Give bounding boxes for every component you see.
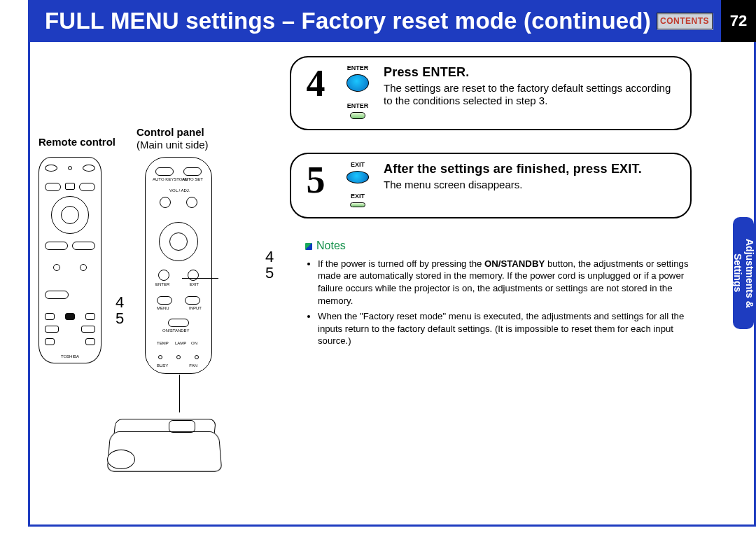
projector-diagram [102, 409, 227, 486]
step-4-headline: Press ENTER. [384, 64, 678, 81]
enter-button-icon [346, 74, 369, 92]
notes-title: Notes [316, 239, 346, 251]
step-4: 4 ENTER ENTER Press ENTER. The settings … [290, 56, 692, 130]
section-tab-text: Adjustments & Settings [732, 239, 755, 308]
remote-control-diagram: TOSHIBA [38, 157, 102, 363]
step-4-btn-label-bottom: ENTER [347, 102, 369, 109]
step-5: 5 EXIT EXIT After the settings are finis… [290, 153, 692, 218]
step-4-number: 4 [300, 64, 332, 119]
cpanel-lbl-enter: ENTER [155, 282, 169, 286]
notes-item-1: If the power is turned off by pressing t… [318, 258, 697, 307]
cpanel-lbl-lamp: LAMP [175, 341, 186, 345]
cpanel-lbl-menu: MENU [157, 306, 169, 310]
control-panel-label: Control panel (Main unit side) [136, 126, 209, 151]
page-header: FULL MENU settings – Factory reset mode … [28, 0, 756, 42]
enter-small-button-icon [350, 112, 365, 119]
remote-control-label: Remote control [38, 136, 115, 151]
device-labels: Remote control Control panel (Main unit … [38, 126, 262, 151]
step-4-button-graphic: ENTER ENTER [337, 64, 378, 119]
step-4-btn-label-top: ENTER [347, 64, 369, 71]
cpanel-lbl-temp: TEMP [157, 341, 169, 345]
notes-heading: Notes [305, 238, 697, 253]
device-illustrations: Remote control Control panel (Main unit … [38, 126, 262, 486]
notes-bullet-icon [305, 243, 312, 250]
step-5-button-graphic: EXIT EXIT [337, 161, 378, 207]
section-tab-adjustments-settings: Adjustments & Settings [733, 217, 754, 329]
exit-small-button-icon [350, 202, 365, 207]
cpanel-lbl-on: ON [191, 341, 197, 345]
frame-bottom [28, 524, 756, 527]
section-tab-line1: Adjustments & [744, 239, 755, 308]
cpanel-lbl-fan: FAN [189, 363, 197, 368]
control-panel-label-1: Control panel [136, 126, 209, 139]
page-number: 72 [721, 0, 756, 42]
step-5-headline: After the settings are finished, press E… [384, 161, 678, 177]
contents-button[interactable]: CONTENTS [657, 13, 713, 29]
remote-brand: TOSHIBA [39, 354, 101, 359]
frame-left [28, 0, 30, 525]
remote-step-callouts: 4 5 [115, 294, 131, 374]
step-5-number: 5 [300, 161, 332, 207]
step-5-body: The menu screen disappears. [384, 179, 678, 192]
notes-list: If the power is turned off by pressing t… [308, 258, 697, 348]
notes-item-2: When the "Factory reset mode" menu is ex… [318, 310, 697, 347]
cpanel-lbl-input: INPUT [189, 306, 202, 310]
step-4-body: The settings are reset to the factory de… [384, 82, 678, 109]
section-tab-line2: Settings [732, 253, 743, 292]
control-panel-diagram: AUTO KEYSTONE AUTO SET VOL / ADJ. ENTER … [145, 157, 212, 374]
cpanel-lbl-busy: BUSY [157, 363, 168, 368]
step-5-btn-label-bottom: EXIT [351, 193, 365, 200]
cpanel-lbl-exit: EXIT [190, 282, 199, 286]
page-number-text: 72 [730, 12, 747, 30]
control-panel-step-callouts: 4 5 [265, 249, 274, 281]
notes-section: Notes If the power is turned off by pres… [305, 238, 697, 350]
exit-button-icon [346, 171, 369, 183]
cpanel-lbl-on-standby: ON/STANDBY [162, 328, 190, 333]
cpanel-lbl-vol-adj: VOL / ADJ. [169, 188, 190, 193]
step-5-btn-label-top: EXIT [351, 161, 365, 168]
cpanel-lbl-auto-set: AUTO SET [182, 177, 203, 181]
contents-button-label: CONTENTS [660, 16, 709, 26]
control-panel-label-2: (Main unit side) [136, 139, 209, 151]
page-title: FULL MENU settings – Factory reset mode … [45, 8, 651, 34]
